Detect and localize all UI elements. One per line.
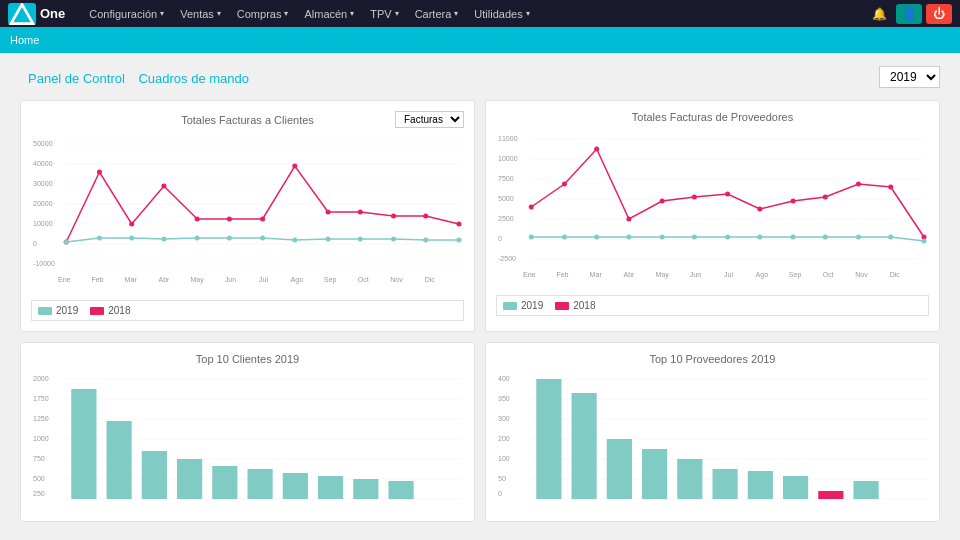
legend-item-2018: 2018 [90,305,130,316]
svg-text:Jul: Jul [724,271,733,278]
svg-text:1250: 1250 [33,415,49,422]
svg-point-25 [391,214,396,219]
svg-text:Ene: Ene [523,271,536,278]
svg-rect-145 [607,439,632,499]
svg-point-89 [823,235,828,240]
legend-color-2018 [90,307,104,315]
chart-proveedores-title: Totales Facturas de Proveedores [496,111,929,123]
svg-point-38 [391,237,396,242]
svg-text:1750: 1750 [33,395,49,402]
svg-text:Abr: Abr [158,276,170,283]
svg-text:Mar: Mar [590,271,603,278]
svg-point-69 [594,147,599,152]
svg-text:5000: 5000 [498,195,514,202]
svg-rect-127 [353,479,378,499]
chevron-down-icon: ▾ [350,9,354,18]
chevron-down-icon: ▾ [395,9,399,18]
power-icon[interactable]: ⏻ [926,4,952,24]
svg-text:20000: 20000 [33,200,53,207]
chart-top-clientes-title: Top 10 Clientes 2019 [31,353,464,365]
svg-text:Ago: Ago [756,271,769,279]
svg-text:Ene: Ene [58,276,71,283]
nav-almacen[interactable]: Almacén ▾ [296,0,362,27]
chart-clientes-card: Totales Facturas a Clientes Facturas Abo… [20,100,475,332]
svg-point-78 [888,185,893,190]
year-select[interactable]: 2019 2018 2017 [879,66,940,88]
svg-text:-2500: -2500 [498,255,516,262]
svg-text:50000: 50000 [33,140,53,147]
nav-utilidades[interactable]: Utilidades ▾ [466,0,537,27]
nav-tpv[interactable]: TPV ▾ [362,0,406,27]
svg-point-84 [660,235,665,240]
svg-text:10000: 10000 [33,220,53,227]
svg-text:Mar: Mar [125,276,138,283]
breadcrumb-bar: Home [0,27,960,53]
chart-clientes-select[interactable]: Facturas Abonos [395,111,464,128]
chart-top-proveedores-title: Top 10 Proveedores 2019 [496,353,929,365]
breadcrumb-home[interactable]: Home [10,34,39,46]
brand-name: One [40,6,65,21]
svg-text:Feb: Feb [91,276,103,283]
svg-text:-10000: -10000 [33,260,55,267]
svg-rect-144 [572,393,597,499]
svg-point-80 [529,235,534,240]
chart-top-proveedores-card: Top 10 Proveedores 2019 400 350 300 200 … [485,342,940,522]
chart-proveedores-title-row: Totales Facturas de Proveedores [496,111,929,123]
legend-prov-2019: 2019 [503,300,543,311]
nav-ventas[interactable]: Ventas ▾ [172,0,229,27]
svg-text:2500: 2500 [498,215,514,222]
brand-logo [8,3,36,25]
legend-prov-color-2018 [555,302,569,310]
chart-top-clientes-svg: 2000 1750 1250 1000 750 500 250 [31,371,464,511]
svg-point-23 [326,210,331,215]
svg-rect-143 [536,379,561,499]
svg-rect-128 [388,481,413,499]
svg-text:250: 250 [33,490,45,497]
svg-rect-122 [177,459,202,499]
nav-compras[interactable]: Compras ▾ [229,0,297,27]
svg-point-16 [97,170,102,175]
bottom-charts-row: Top 10 Clientes 2019 2000 1750 1250 1000… [20,342,940,522]
svg-point-81 [562,235,567,240]
svg-point-35 [292,238,297,243]
svg-point-71 [660,199,665,204]
svg-rect-119 [71,389,96,499]
svg-text:Dic: Dic [890,271,901,278]
chart-clientes-title: Totales Facturas a Clientes [175,114,319,126]
svg-point-36 [326,237,331,242]
svg-text:Sep: Sep [324,276,337,284]
notification-bell-icon[interactable]: 🔔 [866,4,892,24]
nav-configuracion[interactable]: Configuración ▾ [81,0,172,27]
svg-rect-149 [748,471,773,499]
top-charts-row: Totales Facturas a Clientes Facturas Abo… [20,100,940,332]
svg-point-90 [856,235,861,240]
chart-top-proveedores-area: 400 350 300 200 100 50 0 [496,371,929,511]
legend-item-2019: 2019 [38,305,78,316]
svg-rect-124 [248,469,273,499]
svg-point-86 [725,235,730,240]
chart-top-clientes-card: Top 10 Clientes 2019 2000 1750 1250 1000… [20,342,475,522]
svg-text:400: 400 [498,375,510,382]
svg-rect-126 [318,476,343,499]
chevron-down-icon: ▾ [217,9,221,18]
svg-text:500: 500 [33,475,45,482]
chart-top-proveedores-title-row: Top 10 Proveedores 2019 [496,353,929,365]
svg-text:Jul: Jul [259,276,268,283]
svg-point-67 [529,205,534,210]
svg-rect-121 [142,451,167,499]
svg-text:Jun: Jun [690,271,701,278]
brand[interactable]: One [8,3,65,25]
svg-point-92 [921,239,926,244]
svg-rect-147 [677,459,702,499]
svg-text:Jun: Jun [225,276,236,283]
legend-prov-2018: 2018 [555,300,595,311]
chevron-down-icon: ▾ [284,9,288,18]
chart-proveedores-card: Totales Facturas de Proveedores 11000 10… [485,100,940,332]
svg-text:0: 0 [498,490,502,497]
svg-point-32 [195,236,200,241]
svg-point-19 [195,217,200,222]
svg-text:Nov: Nov [390,276,403,283]
user-icon[interactable]: 👤 [896,4,922,24]
svg-text:Oct: Oct [358,276,369,283]
nav-cartera[interactable]: Cartera ▾ [407,0,467,27]
